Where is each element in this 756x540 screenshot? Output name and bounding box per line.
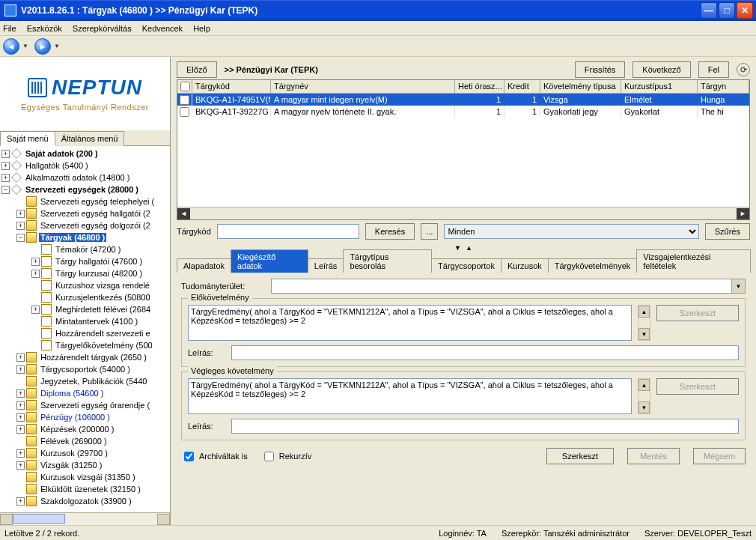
search-input[interactable] bbox=[217, 224, 359, 239]
grid-row[interactable]: BKQG-A1T-39227G A magyar nyelv története… bbox=[177, 106, 749, 118]
menu-tools[interactable]: Eszközök bbox=[27, 24, 62, 33]
sidebar-tab-general[interactable]: Általános menü bbox=[55, 131, 125, 146]
refresh-button[interactable]: Frissítés bbox=[575, 61, 626, 78]
grid-col-ctype[interactable]: Kurzustípus1 bbox=[621, 80, 698, 93]
scroll-right-icon[interactable]: ► bbox=[737, 208, 749, 219]
nav-back-button[interactable]: ◄ bbox=[3, 38, 19, 55]
tab-kiegeszito[interactable]: Kiegészítő adatok bbox=[231, 249, 308, 273]
tree-item[interactable]: Hallgatók (5400 ) bbox=[24, 161, 90, 170]
tree-item[interactable]: Vizsgák (31250 ) bbox=[39, 461, 103, 470]
prereq-text[interactable]: TárgyEredmény( ahol a TárgyKód = "VETKMN… bbox=[188, 305, 632, 341]
tab-targykov[interactable]: Tárgykövetelmények bbox=[548, 258, 638, 273]
tree-item[interactable]: Képzések (200000 ) bbox=[39, 425, 115, 434]
tree-item[interactable]: Meghirdetett félévei (2684 bbox=[54, 305, 152, 314]
window-close-button[interactable]: ✕ bbox=[737, 2, 753, 19]
tab-targycsoportok[interactable]: Tárgycsoportok bbox=[431, 258, 502, 273]
tree-item[interactable]: Elküldött üzenetek (32150 ) bbox=[39, 485, 142, 494]
scroll-down-icon[interactable]: ▼ bbox=[638, 328, 650, 340]
tab-leiras[interactable]: Leírás bbox=[308, 258, 344, 273]
prereq-scroll[interactable]: ▲▼ bbox=[638, 305, 650, 341]
scroll-up-icon[interactable]: ▲ bbox=[638, 379, 650, 391]
menu-help[interactable]: Help bbox=[193, 24, 210, 33]
tree-item[interactable]: Tárgycsoportok (54000 ) bbox=[39, 365, 132, 374]
grid-col-hours[interactable]: Heti órasz... bbox=[455, 80, 504, 93]
prev-button[interactable]: Előző bbox=[177, 61, 217, 78]
tree-item[interactable]: Kurzushoz vizsga rendelé bbox=[54, 281, 151, 290]
pin-icon[interactable]: ⟳ bbox=[737, 63, 750, 76]
cancel-button[interactable]: Mégsem bbox=[693, 448, 746, 464]
tree-item[interactable]: Szakdolgozatok (33900 ) bbox=[39, 497, 133, 506]
nav-back-drop-icon[interactable]: ▼ bbox=[22, 43, 28, 49]
tab-alapadatok[interactable]: Alapadatok bbox=[177, 258, 231, 273]
search-scope-select[interactable]: Minden bbox=[444, 224, 698, 239]
tree-item[interactable]: Diploma (54600 ) bbox=[39, 389, 105, 398]
row-check[interactable] bbox=[180, 107, 189, 117]
tree-item[interactable]: Tárgyelőkövetelmény (500 bbox=[54, 341, 154, 350]
search-button[interactable]: Keresés bbox=[365, 223, 415, 240]
tree-item[interactable]: Saját adatok (200 ) bbox=[24, 149, 100, 158]
grid-col-name[interactable]: Tárgynév bbox=[271, 80, 455, 93]
nav-forward-button[interactable]: ► bbox=[34, 38, 51, 55]
tree-item[interactable]: Pénzügy (106000 ) bbox=[39, 413, 112, 422]
nav-forward-drop-icon[interactable]: ▼ bbox=[54, 43, 60, 49]
window-minimize-button[interactable]: — bbox=[701, 2, 717, 19]
tab-kurzusok[interactable]: Kurzusok bbox=[501, 258, 549, 273]
tree-item[interactable]: Szervezeti egység telephelyei ( bbox=[39, 197, 156, 206]
tree-item[interactable]: Mintatantervek (4100 ) bbox=[54, 317, 139, 326]
scroll-left-icon[interactable] bbox=[0, 514, 13, 525]
main-edit-button[interactable]: Szerkeszt bbox=[546, 448, 614, 464]
tree-item[interactable]: Kurzusok vizsgái (31350 ) bbox=[39, 473, 137, 482]
save-button[interactable]: Mentés bbox=[627, 448, 680, 464]
tree-item[interactable]: Tárgy hallgatói (47600 ) bbox=[54, 257, 144, 266]
tree-hscrollbar[interactable] bbox=[0, 512, 170, 525]
scroll-right-icon[interactable] bbox=[157, 514, 170, 525]
tree-item[interactable]: Félévek (269000 ) bbox=[39, 437, 109, 446]
tree[interactable]: +Saját adatok (200 ) +Hallgatók (5400 ) … bbox=[0, 146, 170, 512]
tree-item[interactable]: Szervezeti egység dolgozói (2 bbox=[39, 221, 152, 230]
scroll-thumb[interactable] bbox=[13, 514, 65, 524]
data-grid[interactable]: Tárgykód Tárgynév Heti órasz... Kredit K… bbox=[177, 79, 750, 220]
science-area-combo[interactable]: ▼ bbox=[271, 279, 746, 294]
tree-expand-icon[interactable]: + bbox=[1, 150, 10, 158]
prereq-edit-button[interactable]: Szerkeszt bbox=[656, 305, 739, 321]
search-browse-button[interactable]: ... bbox=[421, 223, 438, 240]
row-check[interactable] bbox=[180, 95, 189, 105]
scroll-left-icon[interactable]: ◄ bbox=[177, 208, 190, 219]
tree-item[interactable]: Szervezeti egységek (28000 ) bbox=[24, 185, 140, 194]
tree-item[interactable]: Hozzárendelt tárgyak (2650 ) bbox=[39, 353, 148, 362]
tree-item[interactable]: Kurzusok (29700 ) bbox=[39, 449, 109, 458]
sidebar-tab-own[interactable]: Saját menü bbox=[0, 131, 55, 146]
menu-favorites[interactable]: Kedvencek bbox=[142, 24, 183, 33]
tree-item[interactable]: Szervezeti egység órarendje ( bbox=[39, 401, 151, 410]
finalreq-scroll[interactable]: ▲▼ bbox=[638, 378, 650, 414]
recursive-checkbox[interactable] bbox=[264, 452, 274, 461]
tree-item[interactable]: Kurzusjelentkezés (50800 bbox=[54, 293, 152, 302]
scroll-up-icon[interactable]: ▲ bbox=[638, 306, 650, 318]
tab-targytipus[interactable]: Tárgytípus besorolás bbox=[343, 249, 432, 273]
tree-item-selected[interactable]: Tárgyak (46800 ) bbox=[39, 233, 106, 242]
tree-item[interactable]: Alkalmazotti adatok (14800 ) bbox=[24, 173, 131, 182]
tree-item[interactable]: Szervezeti egység hallgatói (2 bbox=[39, 209, 152, 218]
finalreq-edit-button[interactable]: Szerkeszt bbox=[656, 378, 739, 395]
chevron-down-icon[interactable]: ▼ bbox=[731, 279, 745, 293]
archived-checkbox[interactable] bbox=[184, 452, 194, 461]
tab-vizsgafelt[interactable]: Vizsgajelentkezési feltételek bbox=[636, 249, 751, 273]
tree-item[interactable]: Tárgy kurzusai (48200 ) bbox=[54, 269, 144, 278]
grid-col-lang[interactable]: Tárgyn bbox=[698, 80, 749, 93]
filter-button[interactable]: Szűrés bbox=[705, 223, 750, 240]
tree-item[interactable]: Jegyzetek, Publikációk (5440 bbox=[39, 377, 148, 386]
grid-select-all[interactable] bbox=[180, 82, 190, 91]
next-button[interactable]: Következő bbox=[632, 61, 690, 78]
grid-col-reqtype[interactable]: Követelmény típusa bbox=[540, 80, 621, 93]
tree-item[interactable]: Hozzárendelt szervezeti e bbox=[54, 329, 152, 338]
grid-hscrollbar[interactable]: ◄ ► bbox=[177, 207, 749, 219]
prereq-desc-input[interactable] bbox=[231, 345, 739, 360]
finalreq-desc-input[interactable] bbox=[231, 419, 739, 434]
menu-roleswitch[interactable]: Szerepkörváltás bbox=[73, 24, 132, 33]
scroll-down-icon[interactable]: ▼ bbox=[638, 401, 650, 413]
grid-col-code[interactable]: Tárgykód bbox=[192, 80, 271, 93]
menu-file[interactable]: File bbox=[3, 24, 16, 33]
grid-col-credit[interactable]: Kredit bbox=[504, 80, 540, 93]
finalreq-text[interactable]: TárgyEredmény( ahol a TárgyKód = "VETKMN… bbox=[188, 378, 632, 414]
window-maximize-button[interactable]: □ bbox=[719, 2, 735, 19]
